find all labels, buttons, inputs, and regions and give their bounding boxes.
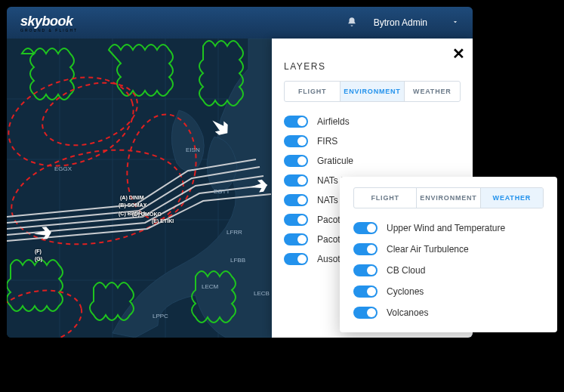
layer-label: Cyclones xyxy=(387,286,424,297)
layer-label: Clear Air Turbulence xyxy=(387,244,469,255)
layer-toggle[interactable] xyxy=(284,214,308,226)
logo-text: skybook xyxy=(20,14,73,29)
layer-row: Graticule xyxy=(284,155,461,167)
weather-tabs: FLIGHTENVIRONMENTWEATHER xyxy=(353,187,544,208)
chevron-down-icon xyxy=(452,17,459,28)
header-bar: skybook GROUND & FLIGHT Bytron Admin xyxy=(7,7,473,39)
fir-label: LFRR xyxy=(227,229,242,236)
fir-label: EGGX xyxy=(54,165,72,172)
layer-row: Clear Air Turbulence xyxy=(353,243,544,255)
panel-title: LAYERS xyxy=(284,61,461,72)
layer-label: CB Cloud xyxy=(387,265,425,276)
user-menu[interactable]: Bytron Admin xyxy=(374,17,459,28)
layer-row: FIRS xyxy=(284,135,461,147)
logo: skybook GROUND & FLIGHT xyxy=(20,14,78,32)
fir-label: LFBB xyxy=(230,257,245,264)
logo-subtitle: GROUND & FLIGHT xyxy=(20,28,78,32)
layer-toggle[interactable] xyxy=(284,233,308,245)
waypoint-label: (A) DINIM xyxy=(120,195,144,200)
layer-toggle[interactable] xyxy=(284,155,308,167)
layer-toggle[interactable] xyxy=(353,307,378,319)
waypoint-label: (G) xyxy=(35,256,42,261)
layer-toggle[interactable] xyxy=(353,243,378,255)
layer-label: Airfields xyxy=(317,116,350,127)
layer-row: Volcanoes xyxy=(353,307,544,319)
tab-weather[interactable]: WEATHER xyxy=(481,188,543,208)
fir-label: EGTT xyxy=(214,188,230,195)
map-svg xyxy=(7,39,272,338)
layer-toggle[interactable] xyxy=(284,174,308,187)
waypoint-label: (B) SOMAX xyxy=(119,202,146,208)
layer-toggle[interactable] xyxy=(284,135,308,147)
tab-environment[interactable]: ENVIRONMENT xyxy=(417,188,480,208)
layer-toggle[interactable] xyxy=(353,222,378,234)
layer-toggle[interactable] xyxy=(284,194,308,206)
layer-row: Upper Wind and Temperature xyxy=(353,222,544,234)
map-canvas[interactable]: EGGXEISNEGTTLFRRLFBBLECMLECBLPPC(A) DINI… xyxy=(7,39,272,338)
layer-row: Cyclones xyxy=(353,286,544,298)
fir-label: LPPC xyxy=(153,313,168,319)
tab-flight[interactable]: FLIGHT xyxy=(285,82,341,101)
layer-label: Upper Wind and Temperature xyxy=(387,223,505,233)
layer-label: Graticule xyxy=(317,156,353,166)
tab-environment[interactable]: ENVIRONMENT xyxy=(341,82,404,101)
layer-toggle[interactable] xyxy=(353,286,378,298)
weather-layer-list: Upper Wind and TemperatureClear Air Turb… xyxy=(353,222,544,319)
fir-label: EISN xyxy=(186,147,200,153)
layer-row: Airfields xyxy=(284,116,461,128)
layer-label: Volcanoes xyxy=(387,307,428,318)
waypoint-label: (F) xyxy=(35,248,42,254)
tab-weather[interactable]: WEATHER xyxy=(405,82,460,101)
layer-toggle[interactable] xyxy=(353,264,378,276)
waypoint-label: (D) OMOKO xyxy=(132,211,162,217)
waypoint-label: (E) ETIKI xyxy=(152,218,174,224)
layer-toggle[interactable] xyxy=(284,116,308,128)
weather-layers-popup: FLIGHTENVIRONMENTWEATHER Upper Wind and … xyxy=(340,177,557,332)
header-right: Bytron Admin xyxy=(347,17,459,29)
layer-row: CB Cloud xyxy=(353,264,544,276)
fir-label: LECB xyxy=(254,290,270,297)
close-icon[interactable]: ✕ xyxy=(452,45,465,63)
notifications-icon[interactable] xyxy=(347,17,357,29)
layer-label: FIRS xyxy=(317,136,337,147)
fir-label: LECM xyxy=(202,283,218,290)
layers-tabs: FLIGHTENVIRONMENTWEATHER xyxy=(284,81,461,102)
user-name: Bytron Admin xyxy=(374,17,427,28)
layer-toggle[interactable] xyxy=(284,253,308,265)
tab-flight[interactable]: FLIGHT xyxy=(354,188,417,208)
